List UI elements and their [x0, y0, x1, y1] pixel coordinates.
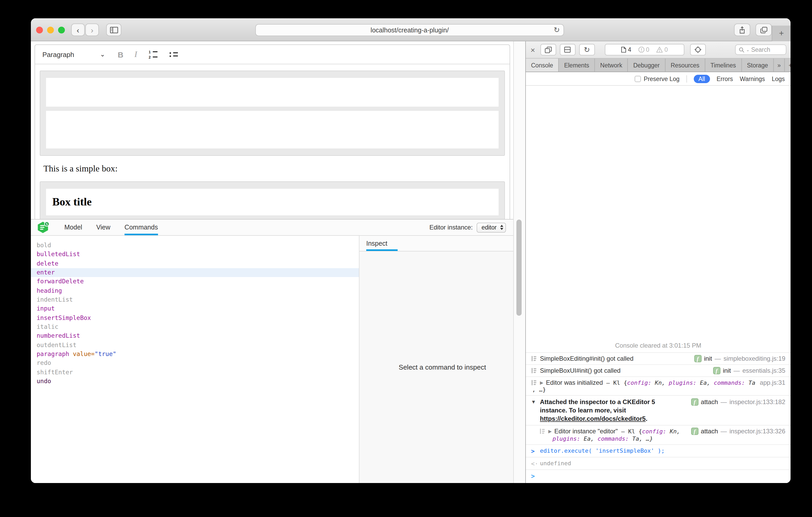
tab-elements[interactable]: Elements [559, 59, 595, 71]
zoom-window-button[interactable] [58, 27, 65, 33]
log-message: SimpleBoxEditing#init() got called [540, 355, 634, 362]
console-log-row[interactable]: SimpleBoxUI#init() got called f init — e… [526, 364, 790, 376]
editor-toolbar: Paragraph ⌄ B I 1 2 [35, 45, 510, 64]
source-link[interactable]: essentials.js:35 [743, 367, 785, 374]
tab-storage[interactable]: Storage [742, 59, 774, 71]
tab-console[interactable]: Console [526, 59, 559, 71]
preserve-log-label: Preserve Log [644, 75, 679, 82]
command-item-paragraph[interactable]: paragraph value="true" [31, 350, 359, 359]
paragraph-text[interactable]: This is a simple box: [44, 163, 505, 174]
tab-network[interactable]: Network [595, 59, 628, 71]
simple-box-title-field[interactable]: Box title [46, 189, 499, 215]
preserve-log-toggle[interactable]: Preserve Log [635, 75, 679, 82]
share-button[interactable] [734, 24, 750, 36]
command-item-outdentList[interactable]: outdentList [31, 341, 359, 350]
filter-all[interactable]: All [694, 74, 710, 83]
reload-page-button[interactable]: ↻ [579, 44, 595, 55]
numbered-list-button[interactable]: 1 2 [149, 50, 157, 59]
console-prompt-row[interactable]: > [526, 469, 790, 483]
filter-errors[interactable]: Errors [717, 75, 733, 82]
source-link[interactable]: inspector.js:133:182 [730, 398, 786, 406]
function-badge: f [694, 355, 701, 362]
new-tab-button[interactable]: + [772, 26, 790, 41]
simple-box-description-field[interactable] [46, 111, 499, 149]
tab-view[interactable]: View [96, 219, 110, 235]
command-item-italic[interactable]: italic [31, 323, 359, 332]
bulleted-list-button[interactable] [169, 52, 178, 57]
command-item-enter[interactable]: enter [31, 268, 359, 277]
issues-summary[interactable]: 4 0 0 [605, 44, 684, 55]
search-icon [739, 47, 745, 53]
heading-dropdown[interactable]: Paragraph ⌄ [42, 51, 105, 58]
preserve-log-checkbox[interactable] [635, 75, 641, 82]
close-window-button[interactable] [36, 27, 43, 33]
reload-icon[interactable]: ↻ [554, 26, 560, 34]
command-item-input[interactable]: input [31, 304, 359, 314]
command-item-indentList[interactable]: indentList [31, 295, 359, 304]
console-log-row-expanded[interactable]: ▼ Attached the inspector to a CKEditor 5… [526, 395, 790, 425]
svg-text:5: 5 [46, 222, 48, 226]
console-result-row[interactable]: <· undefined [526, 457, 790, 469]
tab-debugger[interactable]: Debugger [628, 59, 666, 71]
source-link[interactable]: app.js:31 [760, 379, 785, 386]
forward-button[interactable]: › [85, 24, 99, 36]
command-item-shiftEnter[interactable]: shiftEnter [31, 368, 359, 377]
console-log-row-expandable[interactable]: ▶ Editor was initialized – Kl {config: K… [526, 376, 790, 395]
console-output[interactable]: Console cleared at 3:01:15 PM SimpleBoxE… [526, 86, 790, 483]
tab-resources[interactable]: Resources [666, 59, 705, 71]
sidebar-toggle-button[interactable] [106, 24, 121, 36]
minimize-window-button[interactable] [47, 27, 54, 33]
simple-box-title-field[interactable] [46, 78, 499, 107]
tab-commands[interactable]: Commands [124, 219, 158, 235]
close-devtools-button[interactable]: × [529, 45, 537, 54]
tab-timelines[interactable]: Timelines [705, 59, 742, 71]
page-resource-count: 4 [621, 47, 631, 53]
command-item-forwardDelete[interactable]: forwardDelete [31, 277, 359, 286]
command-item-redo[interactable]: redo [31, 359, 359, 368]
inspect-tabbar: Inspect [359, 236, 525, 251]
devtools-search-field[interactable]: ⌄ Search [735, 44, 786, 55]
back-button[interactable]: ‹ [71, 24, 85, 36]
back-icon: ‹ [77, 26, 79, 34]
command-item-bulletedList[interactable]: bulletedList [31, 250, 359, 259]
disclosure-triangle-icon[interactable]: ▶ [540, 380, 546, 385]
ckeditor-docs-link[interactable]: https://ckeditor.com/docs/ckeditor5 [540, 415, 646, 422]
source-link[interactable]: inspector.js:133:326 [730, 428, 786, 435]
console-input-echo-row[interactable]: > editor.execute( 'insertSimpleBox' ); [526, 444, 790, 457]
disclosure-triangle-icon[interactable]: ▼ [531, 399, 539, 405]
disclosure-triangle-icon[interactable]: ▶ [548, 429, 554, 434]
tab-model[interactable]: Model [64, 219, 82, 235]
element-picker-button[interactable] [690, 44, 706, 55]
divider [687, 75, 687, 82]
filter-warnings[interactable]: Warnings [740, 75, 765, 82]
dock-side-button[interactable] [541, 44, 556, 55]
command-item-undo[interactable]: undo [31, 377, 359, 386]
console-log-row-nested[interactable]: ▶ Editor instance "editor" – Kl {config:… [526, 425, 790, 444]
command-item-numberedList[interactable]: numberedList [31, 332, 359, 341]
command-item-heading[interactable]: heading [31, 286, 359, 295]
console-cleared-message: Console cleared at 3:01:15 PM [526, 339, 790, 352]
command-item-delete[interactable]: delete [31, 259, 359, 268]
tab-overview-button[interactable] [755, 24, 772, 36]
bold-button[interactable]: B [118, 50, 123, 59]
dock-bottom-button[interactable] [560, 44, 576, 55]
console-log-row[interactable]: SimpleBoxEditing#init() got called f ini… [526, 352, 790, 364]
page-scrollbar[interactable] [513, 41, 525, 483]
source-link[interactable]: simpleboxediting.js:19 [724, 355, 785, 362]
editor-instance-select[interactable]: editor [477, 222, 506, 232]
add-tab-button[interactable]: + [785, 59, 790, 71]
address-bar[interactable]: localhost/creating-a-plugin/ ↻ [255, 24, 564, 36]
document-icon [621, 47, 626, 53]
command-item-bold[interactable]: bold [31, 241, 359, 250]
tab-overflow-button[interactable]: » [774, 59, 785, 71]
title-bar[interactable]: ‹ › localhost/creating-a-plugin/ ↻ [31, 18, 790, 41]
simple-box-widget-empty[interactable] [40, 70, 505, 156]
italic-button[interactable]: I [135, 50, 137, 59]
filter-logs[interactable]: Logs [772, 75, 785, 82]
ckeditor-logo-icon: 5 [38, 221, 50, 234]
command-item-insertSimpleBox[interactable]: insertSimpleBox [31, 313, 359, 323]
tab-overview-icon [760, 26, 767, 33]
tab-inspect[interactable]: Inspect [366, 236, 398, 251]
scrollbar-thumb[interactable] [516, 219, 522, 316]
web-page-area: Paragraph ⌄ B I 1 2 This [31, 41, 525, 483]
